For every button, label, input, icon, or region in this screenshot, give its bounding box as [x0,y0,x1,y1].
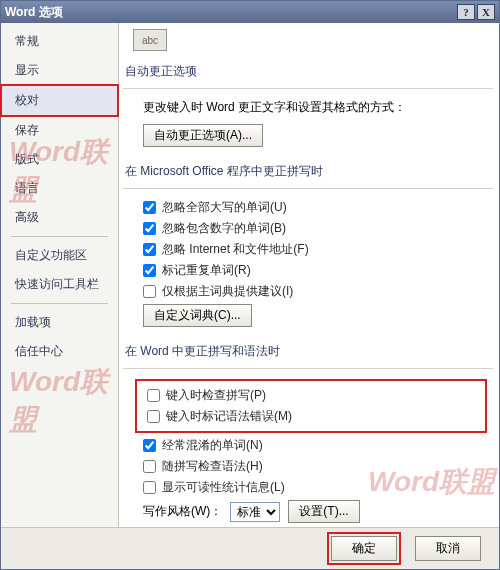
section-word-spell-heading: 在 Word 中更正拼写和语法时 [123,337,493,369]
check-flag-repeated[interactable]: 标记重复单词(R) [143,262,489,279]
dialog-title: Word 选项 [5,4,455,21]
sidebar-item-quick-access[interactable]: 快速访问工具栏 [1,270,118,299]
check-confused-words[interactable]: 经常混淆的单词(N) [143,437,489,454]
highlight-box-spellcheck: 键入时检查拼写(P) 键入时标记语法错误(M) [135,379,487,433]
sidebar-item-layout[interactable]: 版式 [1,145,118,174]
button-bar: 确定 取消 [1,527,499,569]
sidebar-item-advanced[interactable]: 高级 [1,203,118,232]
check-ignore-internet[interactable]: 忽略 Internet 和文件地址(F) [143,241,489,258]
sidebar-item-customize-ribbon[interactable]: 自定义功能区 [1,241,118,270]
sidebar-divider-1 [11,236,108,237]
ok-button[interactable]: 确定 [331,536,397,561]
sidebar-item-save[interactable]: 保存 [1,116,118,145]
section-office-spell-heading: 在 Microsoft Office 程序中更正拼写时 [123,157,493,189]
highlight-box-ok: 确定 [327,532,401,565]
sidebar-item-display[interactable]: 显示 [1,56,118,85]
writing-style-label: 写作风格(W)： [143,503,222,520]
check-spell-as-type[interactable]: 键入时检查拼写(P) [147,387,479,404]
sidebar: 常规 显示 校对 保存 版式 语言 高级 自定义功能区 快速访问工具栏 加载项 … [1,23,119,527]
autocorrect-intro-row: 更改键入时 Word 更正文字和设置其格式的方式： 自动更正选项(A)... [143,99,489,147]
sidebar-item-trust-center[interactable]: 信任中心 [1,337,118,366]
check-grammar-as-type[interactable]: 键入时标记语法错误(M) [147,408,479,425]
cancel-button[interactable]: 取消 [415,536,481,561]
writing-style-select[interactable]: 标准 [230,502,280,522]
writing-style-row: 写作风格(W)： 标准 设置(T)... [143,500,489,523]
help-button[interactable]: ? [457,4,475,20]
check-readability-stats[interactable]: 显示可读性统计信息(L) [143,479,489,496]
writing-style-settings-button[interactable]: 设置(T)... [288,500,359,523]
watermark-2: Word联盟 [9,363,118,439]
autocorrect-intro-text: 更改键入时 Word 更正文字和设置其格式的方式： [143,99,406,116]
preview-icon: abc [133,29,167,51]
autocorrect-options-button[interactable]: 自动更正选项(A)... [143,124,263,147]
sidebar-item-language[interactable]: 语言 [1,174,118,203]
section-autocorrect-heading: 自动更正选项 [123,57,493,89]
custom-dictionaries-button[interactable]: 自定义词典(C)... [143,304,252,327]
content-panel: abc 自动更正选项 更改键入时 Word 更正文字和设置其格式的方式： 自动更… [119,23,499,527]
check-grammar-with-spell[interactable]: 随拼写检查语法(H) [143,458,489,475]
dialog-body: 常规 显示 校对 保存 版式 语言 高级 自定义功能区 快速访问工具栏 加载项 … [1,23,499,527]
word-options-dialog: Word 选项 ? X 常规 显示 校对 保存 版式 语言 高级 自定义功能区 … [0,0,500,570]
sidebar-item-general[interactable]: 常规 [1,27,118,56]
sidebar-item-addins[interactable]: 加载项 [1,308,118,337]
check-ignore-numbers[interactable]: 忽略包含数字的单词(B) [143,220,489,237]
check-ignore-uppercase[interactable]: 忽略全部大写的单词(U) [143,199,489,216]
check-main-dict-only[interactable]: 仅根据主词典提供建议(I) [143,283,489,300]
close-button[interactable]: X [477,4,495,20]
titlebar: Word 选项 ? X [1,1,499,23]
sidebar-divider-2 [11,303,108,304]
sidebar-item-proofing[interactable]: 校对 [1,85,118,116]
